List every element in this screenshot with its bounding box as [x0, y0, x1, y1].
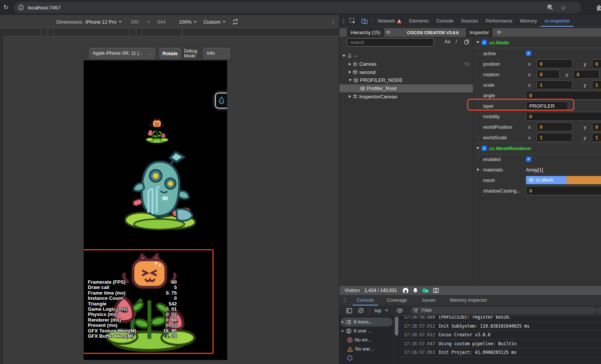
- tab-memory-inspector[interactable]: Memory inspector: [446, 295, 491, 305]
- reload-icon[interactable]: ↻: [2, 4, 10, 11]
- expander-right-icon[interactable]: [342, 321, 344, 323]
- rotate-button[interactable]: Rotate: [160, 48, 181, 59]
- device-bar-menu-icon[interactable]: ⋮: [330, 18, 336, 25]
- tab-console-drawer[interactable]: Console: [352, 295, 378, 305]
- scale-y-input[interactable]: [592, 80, 601, 89]
- scale-x-input[interactable]: [536, 80, 572, 89]
- zoom-select[interactable]: 100%: [179, 19, 191, 25]
- tree-node-profiler-root[interactable]: Profiler_Root: [339, 84, 473, 93]
- tab-memory[interactable]: Memory: [516, 15, 541, 27]
- bell-icon[interactable]: [413, 287, 418, 293]
- bookmark-star-icon[interactable]: ☆: [560, 4, 566, 12]
- position-x-input[interactable]: [536, 59, 572, 68]
- chat-bubbles-icon[interactable]: [422, 288, 429, 293]
- expander-down-icon[interactable]: [476, 147, 479, 149]
- component-header-node[interactable]: ✓ cc.Node: [473, 37, 601, 48]
- github-icon[interactable]: [402, 287, 409, 294]
- cc-inspector-widget[interactable]: [215, 93, 227, 108]
- debug-mode-select[interactable]: Info: [203, 48, 230, 59]
- shadow-casting-input[interactable]: [526, 186, 601, 195]
- hierarchy-refresh-icon[interactable]: ⟳: [386, 28, 390, 37]
- toggle-device-toolbar-icon[interactable]: [361, 18, 368, 24]
- log-row[interactable]: 17:16:56.889 [PHYSICS2D]: register box2d…: [399, 316, 601, 322]
- console-sidebar-toggle-icon[interactable]: [346, 308, 352, 313]
- rotation-x-input[interactable]: [536, 70, 560, 79]
- address-bar[interactable]: localhost:7457 ☆: [14, 2, 581, 13]
- inspect-element-icon[interactable]: [349, 18, 356, 24]
- console-filter-input[interactable]: [410, 307, 597, 314]
- expander-down-icon[interactable]: [476, 41, 479, 44]
- component-header-mesh-renderer[interactable]: ✓ cc.MeshRenderer: [473, 143, 601, 153]
- tree-node-profiler-node[interactable]: PROFILER_NODE: [339, 76, 473, 84]
- expander-right-icon[interactable]: [477, 168, 479, 171]
- context-selector[interactable]: top: [375, 308, 388, 313]
- game-device-select[interactable]: Apple iPhone XR; 11 (... ⌄: [89, 48, 155, 59]
- expander-right-icon[interactable]: [342, 330, 344, 332]
- throttle-select[interactable]: Custom: [203, 19, 220, 25]
- media-query-ruler[interactable]: [0, 28, 339, 36]
- regex-button[interactable]: /: [456, 39, 457, 44]
- tab-cc-inspector[interactable]: cc-inspector: [541, 15, 573, 27]
- devtools-menu-icon[interactable]: ⋮: [341, 18, 346, 24]
- inspector-refresh-icon[interactable]: ⟳: [497, 28, 501, 37]
- world-scale-y-input[interactable]: [592, 133, 601, 142]
- tab-coverage[interactable]: Coverage: [383, 295, 411, 305]
- sidebar-all-messages[interactable]: 8 mess...: [340, 317, 393, 326]
- position-y-input[interactable]: [592, 59, 601, 68]
- enabled-checkbox[interactable]: ✓: [526, 156, 531, 162]
- sidebar-user-messages[interactable]: 8 user ...: [339, 326, 394, 335]
- tab-elements[interactable]: Elements: [405, 15, 432, 27]
- layer-input[interactable]: [526, 101, 568, 110]
- tab-sources[interactable]: Sources: [457, 15, 482, 27]
- docs-book-icon[interactable]: [433, 288, 439, 293]
- hierarchy-tab[interactable]: Hierarchy (15): [347, 28, 384, 37]
- component-checkbox[interactable]: ✓: [482, 146, 487, 151]
- sidebar-info[interactable]: [339, 353, 394, 362]
- device-height-field[interactable]: 844: [157, 19, 166, 25]
- rotation-y-input[interactable]: [573, 70, 599, 79]
- tab-issues[interactable]: Issues: [418, 295, 440, 305]
- active-checkbox[interactable]: ✓: [526, 51, 531, 56]
- sidebar-warnings[interactable]: No war...: [339, 344, 394, 353]
- tab-network[interactable]: Network: [374, 15, 405, 27]
- clear-console-icon[interactable]: [358, 308, 364, 313]
- tree-node-inspector-canvas[interactable]: InspectorCanvas: [339, 92, 473, 101]
- device-select[interactable]: iPhone 12 Pro: [86, 19, 116, 25]
- translate-icon[interactable]: [547, 4, 554, 11]
- tree-node-root[interactable]: --: [339, 52, 473, 60]
- log-row[interactable]: 17:16:57.047 Using custom pipeline: Buil…: [399, 340, 601, 349]
- log-row[interactable]: 17:16:57.012 Cocos Creator v3.8.6: [399, 331, 601, 340]
- expander-right-icon[interactable]: [349, 95, 351, 98]
- rotate-device-icon[interactable]: [232, 18, 239, 26]
- log-row[interactable]: 17:16:57.053 Init Project: 41.0908203125…: [399, 348, 601, 357]
- expander-down-icon[interactable]: [342, 55, 345, 57]
- angle-input[interactable]: [526, 91, 601, 100]
- mobility-input[interactable]: [526, 112, 601, 121]
- tree-node-canvas[interactable]: Canvas TS: [339, 60, 473, 68]
- world-position-x-input[interactable]: [536, 122, 572, 131]
- console-menu-icon[interactable]: ⋮: [342, 297, 348, 304]
- inspector-tab[interactable]: Inspector: [466, 28, 493, 37]
- expander-right-icon[interactable]: [349, 71, 351, 74]
- copy-icon[interactable]: [464, 39, 469, 45]
- match-case-button[interactable]: Aa: [444, 39, 450, 44]
- tree-node-second[interactable]: second: [339, 68, 473, 76]
- hierarchy-search-input[interactable]: [347, 38, 434, 47]
- log-row[interactable]: 17:16:57.012 Init SubSystem: 110.8361816…: [399, 322, 601, 331]
- component-checkbox[interactable]: ✓: [482, 40, 487, 45]
- device-width-field[interactable]: 390: [131, 19, 139, 25]
- live-expression-eye-icon[interactable]: [396, 308, 403, 313]
- extensions-puzzle-icon[interactable]: [595, 4, 601, 11]
- expander-down-icon[interactable]: [349, 79, 352, 81]
- sidebar-scrollbar-thumb[interactable]: [395, 317, 398, 335]
- game-canvas[interactable]: Framerate (FPS)60 Draw call5 Frame time …: [84, 60, 227, 360]
- mesh-asset-chip[interactable]: cc.Mesh: [526, 176, 566, 184]
- expander-right-icon[interactable]: [349, 63, 351, 66]
- world-scale-x-input[interactable]: [536, 133, 572, 142]
- tab-console[interactable]: Console: [432, 15, 457, 27]
- site-info-icon[interactable]: [18, 5, 24, 11]
- console-log-area[interactable]: 17:16:56.889 [PHYSICS2D]: register box2d…: [399, 316, 601, 364]
- sidebar-errors[interactable]: No err...: [339, 335, 394, 344]
- tab-performance[interactable]: Performance: [482, 15, 517, 27]
- world-position-y-input[interactable]: [592, 122, 601, 131]
